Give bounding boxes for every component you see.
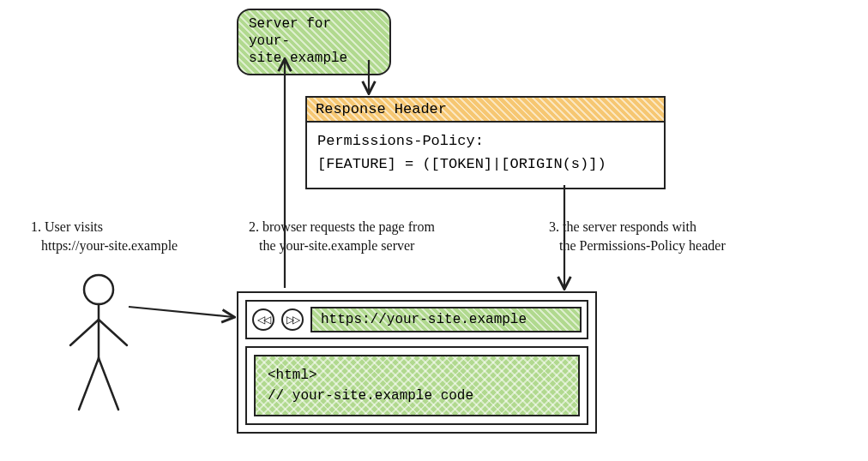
svg-line-3	[99, 320, 127, 345]
server-box: Server for your-site.example	[237, 9, 391, 75]
server-line1: Server for	[249, 15, 379, 33]
response-line2: [FEATURE] = ([TOKEN]|[ORIGIN(s)])	[317, 153, 654, 176]
browser-toolbar: ◁◁ ▷▷ https://your-site.example	[245, 300, 588, 339]
browser-viewport: <html> // your-site.example code	[245, 346, 588, 425]
address-bar[interactable]: https://your-site.example	[310, 307, 582, 332]
response-header-body: Permissions-Policy: [FEATURE] = ([TOKEN]…	[307, 123, 664, 188]
user-figure	[60, 272, 137, 418]
address-bar-text: https://your-site.example	[321, 312, 527, 327]
response-line1: Permissions-Policy:	[317, 129, 654, 153]
response-header-title: Response Header	[307, 98, 664, 123]
arrow-user-to-browser	[129, 307, 233, 317]
page-code-block: <html> // your-site.example code	[254, 355, 580, 416]
step-1-caption: 1. User visits https://your-site.example	[31, 218, 178, 254]
svg-line-4	[79, 358, 99, 410]
svg-point-0	[84, 275, 113, 304]
browser-window: ◁◁ ▷▷ https://your-site.example <html> /…	[237, 291, 597, 434]
response-header-box: Response Header Permissions-Policy: [FEA…	[305, 96, 666, 189]
step-2-caption: 2. browser requests the page from the yo…	[249, 218, 435, 254]
forward-icon: ▷▷	[286, 314, 298, 326]
code-line2: // your-site.example code	[268, 386, 566, 406]
back-button[interactable]: ◁◁	[252, 308, 274, 331]
back-icon: ◁◁	[257, 314, 269, 326]
svg-line-5	[99, 358, 118, 410]
svg-line-2	[70, 320, 99, 345]
step-3-caption: 3. the server responds with the Permissi…	[549, 218, 726, 254]
code-line1: <html>	[268, 365, 566, 386]
permissions-policy-diagram: Server for your-site.example Response He…	[0, 0, 868, 461]
forward-button[interactable]: ▷▷	[281, 308, 304, 331]
server-line2: your-site.example	[249, 33, 379, 67]
